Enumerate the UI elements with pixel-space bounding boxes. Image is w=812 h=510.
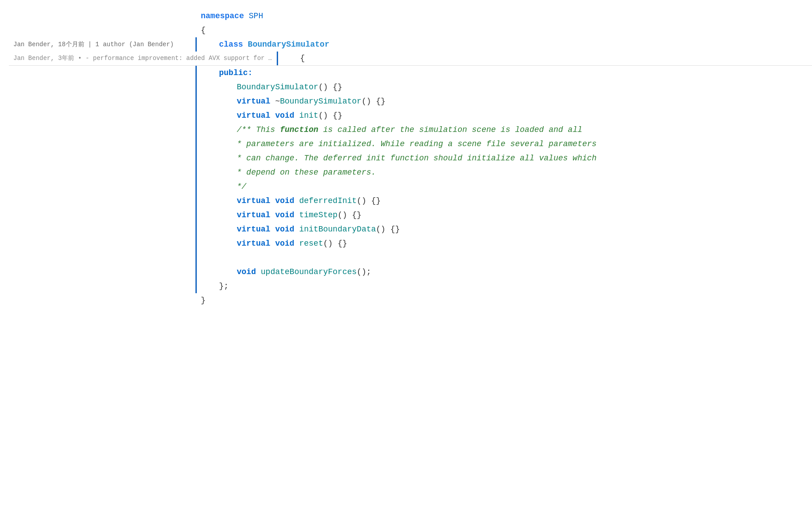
keyword-namespace: namespace: [201, 10, 244, 23]
line-open-brace-class: Jan Bender, 3年前 • - performance improvem…: [9, 52, 812, 66]
left-bar-update-boundary: [195, 265, 197, 279]
reset-parens: () {}: [323, 237, 347, 250]
keyword-virtual-reset: virtual: [237, 237, 271, 250]
blame-init-boundary: [9, 222, 195, 236]
line-constructor: BoundarySimulator() {}: [9, 80, 812, 94]
code-comment-1: /** This function is called after the si…: [201, 123, 812, 137]
line-open-brace-ns: {: [9, 23, 812, 37]
keyword-virtual-timestep: virtual: [237, 209, 271, 222]
tilde: ~: [275, 95, 280, 108]
blame-virtual-init: [9, 108, 195, 123]
keyword-void-init: void: [275, 109, 294, 122]
fn-destructor: BoundarySimulator: [280, 95, 362, 108]
fn-constructor: BoundarySimulator: [237, 81, 318, 94]
left-bar-public: [195, 66, 197, 80]
left-bar-constructor: [195, 80, 197, 94]
init-parens: () {}: [318, 109, 342, 122]
code-update-boundary: void updateBoundaryForces();: [201, 265, 812, 279]
keyword-class: class: [219, 38, 243, 51]
code-close-brace-ns: }: [195, 293, 812, 307]
code-class: class BoundarySimulator: [201, 37, 812, 52]
line-close-brace-ns: }: [9, 293, 812, 307]
line-comment-3: * can change. The deferred init function…: [9, 151, 812, 165]
fn-timestep: timeStep: [299, 209, 337, 222]
code-virtual-init: virtual void init() {}: [201, 108, 812, 123]
code-timestep: virtual void timeStep() {}: [201, 208, 812, 222]
line-timestep: virtual void timeStep() {}: [9, 208, 812, 222]
left-bar-comment-3: [195, 151, 197, 165]
comment-line-5: */: [237, 180, 247, 193]
left-bar-virtual-init: [195, 108, 197, 123]
left-bar-comment-4: [195, 165, 197, 179]
code-comment-5: */: [201, 179, 812, 194]
blame-open-brace-class: Jan Bender, 3年前 • - performance improvem…: [9, 52, 277, 65]
blame-open-brace-ns: [9, 23, 195, 37]
left-bar-brace: [277, 52, 278, 65]
left-bar-comment-5: [195, 179, 197, 194]
blame-author-class: Jan Bender, 18个月前 | 1 author (Jan Bender…: [13, 40, 174, 49]
line-empty: [9, 251, 812, 265]
close-brace-class: };: [219, 280, 229, 293]
blame-reset: [9, 236, 195, 251]
keyword-virtual-initbd: virtual: [237, 223, 271, 236]
line-update-boundary: void updateBoundaryForces();: [9, 265, 812, 279]
comment-line-2: * parameters are initialized. While read…: [237, 138, 597, 151]
left-bar-init-boundary: [195, 222, 197, 236]
code-comment-4: * depend on these parameters.: [201, 165, 812, 179]
code-namespace: namespace SPH: [195, 9, 812, 23]
blame-destructor: [9, 94, 195, 108]
line-comment-1: /** This function is called after the si…: [9, 123, 812, 137]
left-bar-timestep: [195, 208, 197, 222]
code-init-boundary: virtual void initBoundaryData() {}: [201, 222, 812, 236]
code-constructor: BoundarySimulator() {}: [201, 80, 812, 94]
timestep-parens: () {}: [338, 209, 362, 222]
left-bar-comment-2: [195, 137, 197, 151]
initbd-parens: () {}: [376, 223, 400, 236]
code-close-brace-class: };: [201, 279, 812, 293]
update-parens: ();: [357, 266, 371, 279]
keyword-void-reset: void: [275, 237, 294, 250]
left-bar-reset: [195, 236, 197, 251]
line-close-brace-class: };: [9, 279, 812, 293]
code-public: public:: [201, 66, 812, 80]
comment-line-3: * can change. The deferred init function…: [237, 152, 597, 165]
keyword-void-timestep: void: [275, 209, 294, 222]
code-open-brace-class: {: [283, 52, 812, 65]
code-empty: [201, 251, 812, 265]
left-bar-comment-1: [195, 123, 197, 137]
code-deferred-init: virtual void deferredInit() {}: [201, 194, 812, 208]
blame-comment-4: [9, 165, 195, 179]
keyword-void-initbd: void: [275, 223, 294, 236]
left-bar-close-brace-class: [195, 279, 197, 293]
line-destructor: virtual ~BoundarySimulator() {}: [9, 94, 812, 108]
fn-deferred-init: deferredInit: [299, 195, 357, 207]
code-open-brace-ns: {: [195, 23, 812, 37]
fn-reset: reset: [299, 237, 323, 250]
line-virtual-init: virtual void init() {}: [9, 108, 812, 123]
fn-update-boundary: updateBoundaryForces: [261, 266, 357, 279]
keyword-virtual-deferred: virtual: [237, 195, 271, 207]
class-name: BoundarySimulator: [248, 38, 330, 51]
blame-update-boundary: [9, 265, 195, 279]
left-bar-class: [195, 37, 197, 52]
keyword-public: public:: [219, 67, 253, 80]
keyword-void-update: void: [237, 266, 256, 279]
code-view: namespace SPH { Jan Bender, 18个月前 | 1 au…: [0, 0, 812, 316]
destructor-parens: () {}: [362, 95, 386, 108]
blame-close-brace-class: [9, 279, 195, 293]
fn-init: init: [299, 109, 318, 122]
deferred-parens: () {}: [357, 195, 381, 207]
line-public: public:: [9, 66, 812, 80]
line-class: Jan Bender, 18个月前 | 1 author (Jan Bender…: [9, 37, 812, 52]
blame-comment-3: [9, 151, 195, 165]
blame-comment-1: [9, 123, 195, 137]
keyword-virtual-destructor: virtual: [237, 95, 271, 108]
line-comment-2: * parameters are initialized. While read…: [9, 137, 812, 151]
line-deferred-init: virtual void deferredInit() {}: [9, 194, 812, 208]
close-brace-ns: }: [201, 294, 206, 307]
fn-init-boundary: initBoundaryData: [299, 223, 376, 236]
code-reset: virtual void reset() {}: [201, 236, 812, 251]
blame-comment-2: [9, 137, 195, 151]
comment-line-4: * depend on these parameters.: [237, 166, 376, 179]
line-reset: virtual void reset() {}: [9, 236, 812, 251]
